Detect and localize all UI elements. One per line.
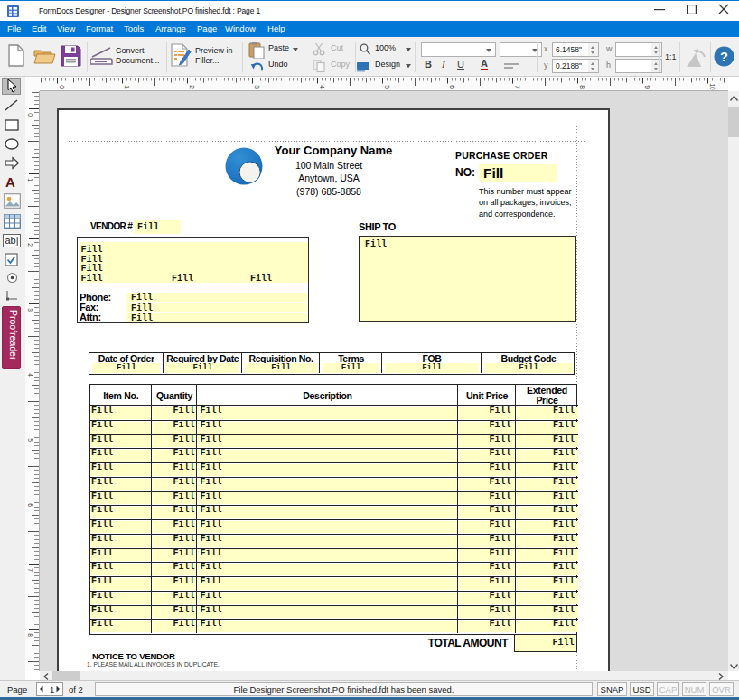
svg-text:7: 7	[514, 85, 520, 89]
svg-text:1: 1	[124, 85, 130, 89]
svg-text:3: 3	[254, 85, 260, 89]
svg-text:4: 4	[319, 85, 325, 89]
svg-text:4: 4	[27, 373, 33, 377]
svg-text:?: ?	[720, 50, 728, 64]
svg-text:9: 9	[644, 85, 650, 89]
svg-text:10: 10	[709, 83, 716, 90]
svg-text:7: 7	[27, 568, 33, 572]
svg-text:6: 6	[27, 503, 33, 507]
svg-text:5: 5	[384, 85, 390, 89]
svg-text:8: 8	[579, 85, 585, 89]
svg-text:2: 2	[189, 85, 195, 89]
svg-text:0: 0	[59, 85, 65, 89]
svg-text:5: 5	[27, 438, 33, 442]
svg-text:2: 2	[27, 243, 33, 247]
svg-text:0: 0	[27, 113, 33, 117]
svg-text:6: 6	[449, 85, 455, 89]
svg-text:1: 1	[27, 178, 33, 182]
svg-text:8: 8	[27, 633, 33, 637]
svg-text:3: 3	[27, 308, 33, 312]
